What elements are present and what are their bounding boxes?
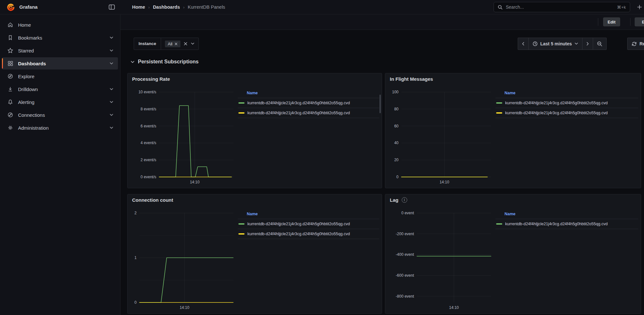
sidebar-item-home[interactable]: Home (2, 19, 118, 31)
legend-scrollbar[interactable] (380, 95, 381, 113)
sidebar-item-bookmarks[interactable]: Bookmarks (2, 32, 118, 44)
section-persistent-subscriptions[interactable]: Persistent Subscriptions (130, 59, 199, 65)
panel-title-menu[interactable]: Processing Rate (132, 76, 170, 82)
svg-text:6 event/s: 6 event/s (140, 124, 156, 128)
time-shift-forward-button[interactable] (582, 38, 593, 50)
legend-item[interactable]: kurrentdb-d24f4hljjcle21j4r3cg.d24f4h5g0… (238, 219, 379, 229)
grafana-logo-icon[interactable] (7, 3, 15, 11)
panel-title-menu[interactable]: Connection count (132, 197, 173, 203)
legend-name-header[interactable]: Name (238, 212, 379, 219)
breadcrumb-current: KurrentDB Panels (188, 5, 225, 10)
svg-text:14:10: 14:10 (439, 180, 449, 184)
sidebar: Home Bookmarks Starred Dashboards Explor… (0, 14, 120, 315)
sidebar-item-starred[interactable]: Starred (2, 44, 118, 57)
sidebar-item-drilldown[interactable]: Drilldown (2, 83, 118, 95)
zoom-out-button[interactable] (593, 38, 606, 50)
clear-all-icon[interactable] (184, 42, 187, 46)
sidebar-item-label: Starred (18, 48, 34, 53)
legend-item[interactable]: kurrentdb-d24f4hljjcle21j4r3cg.d24f4h5g0… (495, 108, 638, 118)
bell-icon (7, 99, 14, 105)
dashboard-toolbar: Edit Export (120, 14, 644, 30)
chevron-down-icon (110, 49, 113, 52)
legend-name-header[interactable]: Name (495, 91, 638, 98)
sidebar-item-dashboards[interactable]: Dashboards (2, 57, 118, 69)
section-title: Persistent Subscriptions (138, 59, 199, 65)
chevron-down-icon (110, 126, 113, 129)
search-shortcut: ⌘+k (617, 5, 626, 10)
panel-connection-count: Connection count 01214:10 Name kurrentdb… (127, 194, 382, 314)
remove-value-icon[interactable] (175, 42, 178, 45)
svg-text:0 event: 0 event (401, 211, 414, 215)
series-color-dash (238, 233, 245, 235)
panel-processing-rate: Processing Rate 0 event/s2 event/s4 even… (127, 73, 382, 188)
sidebar-item-alerting[interactable]: Alerting (2, 96, 118, 108)
svg-text:4 event/s: 4 event/s (140, 141, 156, 145)
search-input[interactable] (505, 4, 614, 10)
time-shift-back-button[interactable] (518, 38, 529, 50)
breadcrumb-separator: › (183, 5, 184, 10)
series-color-dash (496, 102, 502, 104)
panel-title-menu[interactable]: Lag (390, 197, 407, 203)
bookmark-icon (7, 34, 14, 41)
svg-text:0: 0 (134, 300, 137, 305)
sidebar-item-explore[interactable]: Explore (2, 70, 118, 82)
edit-button[interactable]: Edit (603, 17, 620, 26)
instance-variable-label[interactable]: Instance (134, 38, 161, 50)
chevron-down-icon[interactable] (191, 42, 195, 45)
svg-text:60: 60 (394, 124, 399, 128)
sidebar-item-connections[interactable]: Connections (2, 109, 118, 121)
instance-value-text: All (168, 42, 172, 46)
legend-item[interactable]: kurrentdb-d24f4hljjcle21j4r3cg.d24f4h5g0… (238, 229, 379, 239)
series-color-dash (496, 223, 502, 225)
svg-text:14:10: 14:10 (449, 305, 459, 310)
panel-title: In Flight Messages (390, 76, 433, 82)
refresh-button[interactable]: Refresh (627, 38, 644, 50)
time-controls: Last 5 minutes (518, 38, 607, 50)
chevron-down-icon (110, 36, 113, 39)
drilldown-icon (7, 86, 14, 92)
sidebar-item-label: Drilldown (18, 87, 38, 92)
series-name: kurrentdb-d24f4hljjcle21j4r3cg.d24f4h5g0… (505, 111, 638, 115)
series-name: kurrentdb-d24f4hljjcle21j4r3cg.d24f4h5g0… (247, 101, 379, 105)
sidebar-item-administration[interactable]: Administration (2, 122, 118, 134)
breadcrumb-dashboards[interactable]: Dashboards (153, 5, 180, 10)
chevron-down-icon (110, 101, 113, 103)
legend: Name kurrentdb-d24f4hljjcle21j4r3cg.d24f… (495, 212, 638, 229)
series-name: kurrentdb-d24f4hljjcle21j4r3cg.d24f4h5g0… (247, 111, 379, 115)
svg-text:80: 80 (394, 107, 399, 111)
info-icon[interactable] (402, 197, 407, 203)
time-range-picker[interactable]: Last 5 minutes (529, 38, 582, 50)
refresh-label: Refresh (639, 41, 644, 46)
search-icon (498, 5, 503, 10)
legend-name-header[interactable]: Name (238, 91, 379, 98)
sidebar-toggle-icon[interactable] (108, 3, 116, 11)
time-series-chart: 01214:10 (131, 207, 234, 311)
svg-text:2 event/s: 2 event/s (140, 158, 156, 162)
series-color-dash (238, 223, 245, 225)
instance-value-pill[interactable]: All (165, 41, 180, 47)
svg-text:8 event/s: 8 event/s (140, 107, 156, 111)
sidebar-item-label: Home (18, 22, 31, 28)
breadcrumb-home[interactable]: Home (132, 5, 145, 10)
series-name: kurrentdb-d24f4hljjcle21j4r3cg.d24f4h5g0… (247, 222, 379, 226)
legend-item[interactable]: kurrentdb-d24f4hljjcle21j4r3cg.d24f4h5g0… (495, 219, 638, 229)
compass-icon (7, 73, 14, 79)
series-color-dash (238, 102, 245, 104)
gear-icon (7, 125, 14, 131)
svg-text:-800 event: -800 event (396, 294, 414, 299)
legend-name-header[interactable]: Name (495, 212, 638, 219)
instance-variable-value[interactable]: All (161, 38, 198, 50)
svg-text:14:10: 14:10 (190, 180, 199, 184)
search-box[interactable]: ⌘+k (494, 2, 630, 12)
time-series-chart: 0 event/s2 event/s4 event/s6 event/s8 ev… (131, 86, 234, 185)
dashboards-grid-icon (7, 60, 14, 67)
breadcrumb-separator: › (148, 5, 149, 10)
svg-text:-200 event: -200 event (396, 232, 414, 236)
export-button[interactable]: Export (635, 17, 644, 26)
panel-title-menu[interactable]: In Flight Messages (390, 76, 433, 82)
add-icon[interactable] (635, 3, 644, 11)
legend-item[interactable]: kurrentdb-d24f4hljjcle21j4r3cg.d24f4h5g0… (238, 108, 379, 118)
legend-item[interactable]: kurrentdb-d24f4hljjcle21j4r3cg.d24f4h5g0… (238, 98, 379, 108)
series-name: kurrentdb-d24f4hljjcle21j4r3cg.d24f4h5g0… (505, 222, 638, 226)
legend-item[interactable]: kurrentdb-d24f4hljjcle21j4r3cg.d24f4h5g0… (495, 98, 638, 108)
